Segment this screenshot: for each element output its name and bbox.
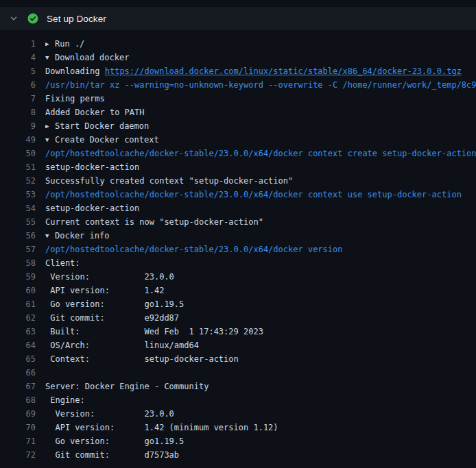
line-text: Fixing perms [45,92,476,106]
log-line: 54setup-docker-action [0,201,476,215]
log-text: API version: 1.42 [45,286,164,295]
chevron-down-icon[interactable] [10,14,18,23]
line-number[interactable]: 1 [0,37,36,51]
step-title: Set up Docker [47,14,106,24]
log-line: 5Downloading https://download.docker.com… [0,64,476,78]
line-number[interactable]: 7 [0,92,36,106]
line-number[interactable]: 52 [0,174,36,188]
line-number[interactable]: 66 [0,366,36,380]
log-line: 72 Git commit: d7573ab [0,448,476,462]
log-command-text: /opt/hostedtoolcache/docker-stable/23.0.… [45,149,476,158]
log-text: setup-docker-action [45,162,139,172]
log-line: 61 Go version: go1.19.5 [0,297,476,311]
log-lines: 1▶Run ./4▼Download docker5Downloading ht… [0,37,476,462]
line-text: Server: Docker Engine - Community [45,380,476,393]
log-line[interactable]: 49▼Create Docker context [0,133,476,147]
line-number[interactable]: 9 [0,119,36,133]
line-text: Successfully created context "setup-dock… [45,174,476,188]
log-line: 65 Context: setup-docker-action [0,352,476,366]
line-text: ▼Docker info [45,229,476,243]
log-line: 69 Version: 23.0.0 [0,407,476,421]
log-line[interactable]: 4▼Download docker [0,51,476,64]
chevron-down-icon[interactable]: ▼ [45,51,55,64]
log-line: 55Current context is now "setup-docker-a… [0,215,476,229]
line-text: Git commit: e92dd87 [45,311,476,325]
line-number[interactable]: 69 [0,407,36,421]
log-text: OS/Arch: linux/amd64 [45,341,199,350]
line-number[interactable]: 63 [0,325,36,338]
line-number[interactable]: 51 [0,160,36,174]
line-number[interactable]: 67 [0,380,36,393]
log-text: Built: Wed Feb 1 17:43:29 2023 [45,327,263,336]
line-number[interactable]: 5 [0,64,36,78]
line-number[interactable]: 71 [0,434,36,448]
line-text: setup-docker-action [45,201,476,215]
log-line: 59 Version: 23.0.0 [0,270,476,284]
line-number[interactable]: 53 [0,188,36,201]
log-text: Downloading [45,66,105,76]
line-number[interactable]: 64 [0,338,36,352]
log-line: 51setup-docker-action [0,160,476,174]
log-line: 62 Git commit: e92dd87 [0,311,476,325]
log-line: 60 API version: 1.42 [0,284,476,297]
log-text: Fixing perms [45,94,105,103]
line-number[interactable]: 50 [0,147,36,160]
log-line: 57/opt/hostedtoolcache/docker-stable/23.… [0,243,476,256]
line-number[interactable]: 62 [0,311,36,325]
line-number[interactable]: 68 [0,393,36,407]
log-line[interactable]: 9▶Start Docker daemon [0,119,476,133]
line-text: /opt/hostedtoolcache/docker-stable/23.0.… [45,243,476,256]
line-number[interactable]: 61 [0,297,36,311]
chevron-down-icon[interactable]: ▼ [45,133,55,147]
line-number[interactable]: 65 [0,352,36,366]
log-line[interactable]: 56▼Docker info [0,229,476,243]
line-text: Built: Wed Feb 1 17:43:29 2023 [45,325,476,338]
line-text: OS/Arch: linux/amd64 [45,338,476,352]
log-link[interactable]: https://download.docker.com/linux/static… [105,66,462,76]
line-number[interactable]: 8 [0,106,36,119]
line-text: Added Docker to PATH [45,106,476,119]
log-command-text: /opt/hostedtoolcache/docker-stable/23.0.… [45,190,462,199]
line-number[interactable]: 4 [0,51,36,64]
log-line: 68 Engine: [0,393,476,407]
line-text: Client: [45,256,476,270]
line-number[interactable]: 54 [0,201,36,215]
line-number[interactable]: 60 [0,284,36,297]
log-text: Git commit: d7573ab [45,450,179,460]
log-text: Run ./ [55,39,84,49]
chevron-down-icon[interactable]: ▼ [45,229,55,243]
line-number[interactable]: 70 [0,421,36,434]
line-number[interactable]: 6 [0,78,36,92]
line-text: ▶Run ./ [45,37,476,51]
log-text: Create Docker context [55,135,159,145]
line-number[interactable]: 57 [0,243,36,256]
step-header[interactable]: Set up Docker [0,7,476,30]
line-text: Version: 23.0.0 [45,407,476,421]
log-line: 66 [0,366,476,380]
log-text: Current context is now "setup-docker-act… [45,217,263,227]
log-line: 7Fixing perms [0,92,476,106]
line-text: API version: 1.42 (minimum version 1.12) [45,421,476,434]
log-text: Client: [45,258,80,268]
log-line[interactable]: 1▶Run ./ [0,37,476,51]
log-line: 50/opt/hostedtoolcache/docker-stable/23.… [0,147,476,160]
log-text: Engine: [45,395,85,405]
log-text: Docker info [55,231,109,241]
log-line: 53/opt/hostedtoolcache/docker-stable/23.… [0,188,476,201]
log-text: API version: 1.42 (minimum version 1.12) [45,423,278,432]
log-text: Context: setup-docker-action [45,354,239,364]
line-text: Go version: go1.19.5 [45,434,476,448]
log-command-text: /opt/hostedtoolcache/docker-stable/23.0.… [45,245,342,254]
line-number[interactable]: 55 [0,215,36,229]
line-number[interactable]: 59 [0,270,36,284]
line-number[interactable]: 58 [0,256,36,270]
log-text: Go version: go1.19.5 [45,299,184,309]
chevron-right-icon[interactable]: ▶ [45,37,55,51]
line-number[interactable]: 56 [0,229,36,243]
chevron-right-icon[interactable]: ▶ [45,119,55,133]
line-text [45,366,476,380]
log-text: Start Docker daemon [55,121,149,131]
line-text: /usr/bin/tar xz --warning=no-unknown-key… [45,78,476,92]
line-number[interactable]: 49 [0,133,36,147]
line-number[interactable]: 72 [0,448,36,462]
